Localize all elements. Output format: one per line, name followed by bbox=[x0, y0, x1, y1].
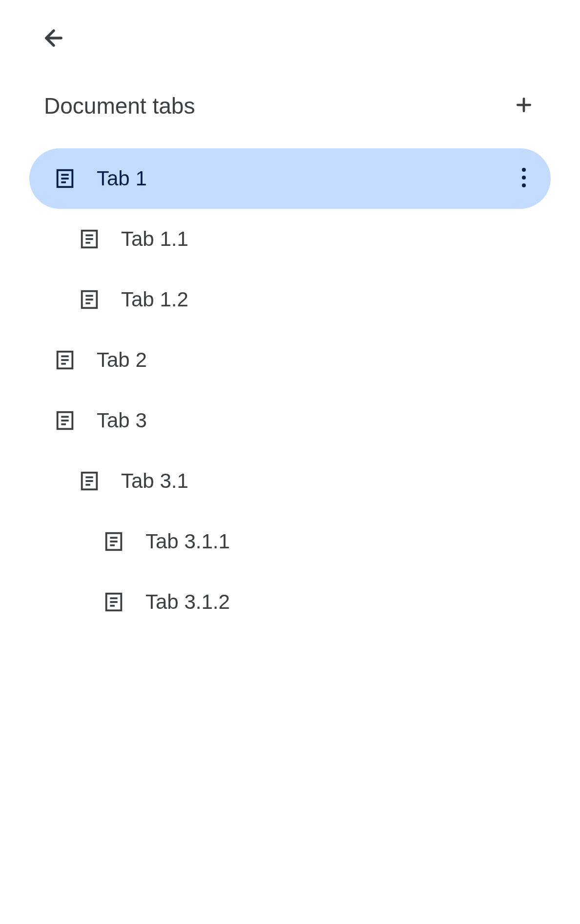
tab-label: Tab 1.1 bbox=[121, 227, 536, 251]
tab-label: Tab 3.1 bbox=[121, 469, 536, 493]
tab-label: Tab 3 bbox=[97, 409, 536, 432]
tab-item[interactable]: Tab 1 bbox=[29, 148, 551, 209]
tab-label: Tab 1.2 bbox=[121, 288, 536, 311]
add-tab-button[interactable] bbox=[512, 94, 536, 118]
panel-header: Document tabs bbox=[29, 93, 551, 119]
plus-icon bbox=[515, 96, 533, 116]
more-options-button[interactable] bbox=[512, 166, 536, 191]
document-icon bbox=[54, 409, 76, 432]
tab-item[interactable]: Tab 1.2 bbox=[29, 269, 551, 330]
document-icon bbox=[103, 591, 125, 613]
svg-point-5 bbox=[522, 176, 526, 180]
back-button[interactable] bbox=[39, 24, 68, 54]
tab-item[interactable]: Tab 3.1.2 bbox=[29, 572, 551, 632]
document-icon bbox=[54, 167, 76, 190]
tab-item[interactable]: Tab 2 bbox=[29, 330, 551, 390]
arrow-left-icon bbox=[41, 25, 66, 53]
document-icon bbox=[54, 349, 76, 371]
tab-list: Tab 1 Tab 1.1 Tab 1.2 Tab 2 Tab 3 Tab 3.… bbox=[29, 148, 551, 632]
document-icon bbox=[78, 288, 101, 311]
tab-item[interactable]: Tab 1.1 bbox=[29, 209, 551, 269]
svg-point-6 bbox=[522, 183, 526, 187]
tab-item[interactable]: Tab 3.1 bbox=[29, 451, 551, 511]
tab-label: Tab 1 bbox=[97, 167, 512, 190]
tab-item[interactable]: Tab 3.1.1 bbox=[29, 511, 551, 572]
document-icon bbox=[78, 470, 101, 492]
document-icon bbox=[78, 228, 101, 250]
panel-title: Document tabs bbox=[44, 93, 195, 119]
document-icon bbox=[103, 530, 125, 553]
svg-point-4 bbox=[522, 168, 526, 172]
tab-label: Tab 3.1.2 bbox=[145, 590, 536, 614]
tab-item[interactable]: Tab 3 bbox=[29, 390, 551, 451]
tab-label: Tab 3.1.1 bbox=[145, 530, 536, 553]
tab-label: Tab 2 bbox=[97, 348, 536, 372]
more-vertical-icon bbox=[521, 168, 526, 189]
